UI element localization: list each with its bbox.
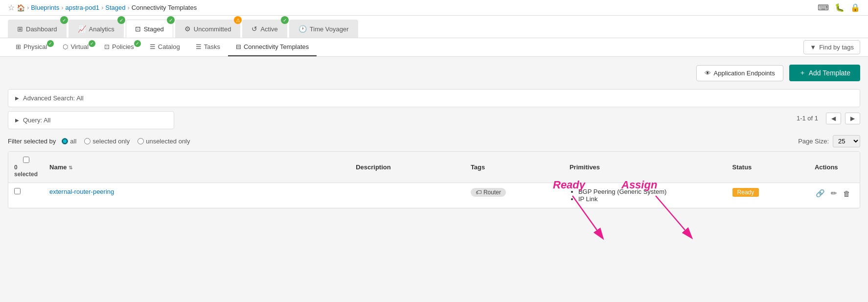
tab-analytics-label: Analytics — [89, 25, 114, 33]
subtab-connectivity-templates[interactable]: ⊟ Connectivity Templates — [228, 38, 317, 56]
breadcrumb-staged[interactable]: Staged — [105, 4, 125, 11]
col-primitives-label: Primitives — [570, 163, 600, 171]
query-pagination-row: ▶ Query: All 1-1 of 1 ◀ ▶ — [8, 111, 860, 129]
tab-active[interactable]: ✓ ↺ Active — [242, 20, 287, 38]
query-section: ▶ Query: All — [8, 111, 174, 129]
subtab-policies[interactable]: ✓ ⊡ Policies — [96, 38, 142, 56]
row-tags-cell: 🏷 Router — [465, 183, 564, 208]
physical-icon: ⊞ — [16, 43, 21, 50]
subtab-physical[interactable]: ✓ ⊞ Physical — [8, 38, 55, 56]
query-row[interactable]: ▶ Query: All — [8, 112, 174, 129]
breadcrumb-sep-3: › — [101, 4, 103, 11]
pagination-info: 1-1 of 1 — [797, 115, 818, 122]
star-icon[interactable]: ☆ — [8, 3, 15, 12]
subtab-catalog-label: Catalog — [158, 43, 180, 50]
subtab-tasks[interactable]: ☰ Tasks — [188, 38, 228, 56]
advanced-search-row[interactable]: ▶ Advanced Search: All — [8, 90, 860, 107]
radio-selected-only[interactable]: selected only — [84, 138, 130, 145]
table-container: 0 selected Name ⇅ Description Tags Pri — [8, 151, 860, 209]
col-header-check: 0 selected — [8, 152, 44, 183]
tab-time-voyager[interactable]: 🕐 Time Voyager — [289, 20, 358, 38]
row-tag-label: Router — [483, 189, 501, 196]
subtab-virtual-label: Virtual — [70, 43, 89, 50]
top-bar: ☆ 🏠 › Blueprints › apstra-pod1 › Staged … — [0, 0, 868, 16]
col-status-label: Status — [732, 163, 752, 171]
radio-all[interactable]: all — [62, 138, 76, 145]
delete-action-icon[interactable]: 🗑 — [842, 188, 851, 199]
row-primitives-cell: BGP Peering (Generic System) IP Link — [564, 183, 727, 208]
find-by-tags-label: Find by tags — [819, 44, 854, 51]
tab-staged[interactable]: ✓ ⊡ Staged — [126, 20, 173, 38]
link-action-icon[interactable]: 🔗 — [815, 188, 826, 199]
page-size-select[interactable]: 10 25 50 100 — [833, 135, 860, 147]
add-template-button[interactable]: ＋ Add Template — [789, 65, 860, 81]
filter-icon: ▼ — [810, 44, 816, 51]
name-sort-icon[interactable]: ⇅ — [69, 165, 72, 170]
pagination-row: 1-1 of 1 ◀ ▶ — [180, 113, 860, 124]
lock-icon[interactable]: 🔒 — [850, 3, 860, 12]
col-header-actions: Actions — [809, 152, 860, 183]
breadcrumb-apstra-pod1[interactable]: apstra-pod1 — [66, 4, 99, 11]
prev-page-button[interactable]: ◀ — [826, 113, 841, 124]
row-name-link[interactable]: external-router-peering — [49, 188, 114, 195]
edit-action-icon[interactable]: ✏ — [830, 188, 838, 199]
subtab-connectivity-templates-label: Connectivity Templates — [244, 43, 309, 50]
top-bar-icons: ⌨ 🐛 🔒 — [818, 3, 860, 12]
status-badge: Ready — [732, 188, 759, 197]
main-tabs: ✓ ⊞ Dashboard ✓ 📈 Analytics ✓ ⊡ Staged ⚠… — [0, 16, 868, 38]
eye-icon: 👁 — [705, 70, 711, 77]
subtab-virtual[interactable]: ✓ ⬡ Virtual — [55, 38, 96, 56]
col-name-label: Name — [49, 163, 67, 171]
radio-all-input[interactable] — [62, 138, 68, 144]
radio-unselected-only[interactable]: unselected only — [137, 138, 190, 145]
subtab-physical-label: Physical — [23, 43, 47, 50]
table-row: external-router-peering 🏷 Router BGP Pe — [8, 183, 860, 208]
radio-all-label: all — [70, 138, 76, 145]
subtab-policies-label: Policies — [112, 43, 134, 50]
radio-unselected-label: unselected only — [146, 138, 190, 145]
primitive-item-2: IP Link — [578, 195, 721, 203]
radio-selected-input[interactable] — [84, 138, 91, 144]
sub-tabs-right: ▼ Find by tags — [803, 40, 860, 54]
radio-unselected-input[interactable] — [137, 138, 144, 144]
dashboard-icon: ⊞ — [17, 25, 23, 33]
tasks-icon: ☰ — [196, 43, 202, 50]
connectivity-templates-icon: ⊟ — [236, 43, 241, 50]
row-checkbox[interactable] — [14, 188, 21, 194]
radio-selected-label: selected only — [92, 138, 130, 145]
find-by-tags-button[interactable]: ▼ Find by tags — [803, 40, 860, 54]
uncommitted-warn-badge: ⚠ — [234, 16, 242, 24]
bug-icon[interactable]: 🐛 — [835, 3, 845, 12]
analytics-check-badge: ✓ — [117, 16, 125, 24]
tab-dashboard[interactable]: ✓ ⊞ Dashboard — [8, 20, 67, 38]
page-size-label: Page Size: — [798, 138, 829, 145]
col-header-primitives: Primitives — [564, 152, 727, 183]
tab-uncommitted-label: Uncommitted — [194, 25, 231, 33]
app-endpoints-label: Application Endpoints — [714, 70, 775, 77]
advanced-search-arrow: ▶ — [15, 95, 19, 101]
add-template-label: Add Template — [809, 69, 850, 77]
row-tag-router: 🏷 Router — [471, 188, 506, 197]
terminal-icon[interactable]: ⌨ — [818, 3, 829, 12]
tag-icon: 🏷 — [476, 189, 481, 196]
virtual-icon: ⬡ — [63, 43, 68, 50]
query-arrow: ▶ — [15, 117, 19, 123]
content-area: 👁 Application Endpoints ＋ Add Template ▶… — [0, 57, 868, 216]
next-page-button[interactable]: ▶ — [845, 113, 860, 124]
actions-cell: 🔗 ✏ 🗑 — [815, 188, 854, 199]
breadcrumb-blueprints[interactable]: Blueprints — [31, 4, 59, 11]
home-icon[interactable]: 🏠 — [17, 4, 25, 12]
staged-icon: ⊡ — [135, 25, 141, 33]
tab-uncommitted[interactable]: ⚠ ⚙ Uncommitted — [175, 20, 241, 38]
row-check-cell — [8, 183, 44, 208]
virtual-check-badge: ✓ — [89, 40, 95, 47]
col-header-name[interactable]: Name ⇅ — [44, 152, 350, 183]
selected-count: 0 selected — [14, 164, 38, 178]
subtab-catalog[interactable]: ☰ Catalog — [142, 38, 188, 56]
select-all-checkbox[interactable] — [23, 157, 29, 163]
row-name-cell: external-router-peering — [44, 183, 350, 208]
primitives-list: BGP Peering (Generic System) IP Link — [570, 188, 721, 203]
app-endpoints-button[interactable]: 👁 Application Endpoints — [696, 65, 783, 81]
col-tags-label: Tags — [471, 163, 485, 171]
tab-analytics[interactable]: ✓ 📈 Analytics — [69, 20, 124, 38]
